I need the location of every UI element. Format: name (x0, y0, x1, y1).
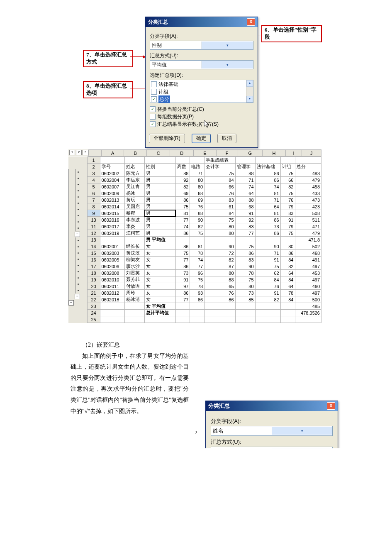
col-header[interactable]: B (124, 150, 146, 156)
checkbox-icon[interactable] (150, 106, 156, 112)
col-header[interactable]: F (216, 150, 238, 156)
col-header[interactable]: A (102, 150, 124, 156)
paragraph: 如上面的例子中，在求了男女平均分的基础上，还要统计男女生的人数。要达到这个目的只… (71, 351, 189, 417)
callout-6: 6、单击选择"性别"字段 (261, 25, 322, 42)
dialog-titlebar[interactable]: 分类汇总 X (206, 401, 338, 411)
col-header[interactable]: D (170, 150, 194, 156)
subtotal-dialog: 分类汇总 X 分类字段(A): 性别 ▾ 汇总方式(U): 平均值 ▾ 选定汇总… (145, 17, 258, 148)
method-label: 汇总方式(U): (211, 438, 333, 446)
dialog-title: 分类汇总 (208, 402, 230, 410)
subtotal-dialog: 分类汇总 X 分类字段(A): 姓名 ▾ 汇总方式(U): 计数 ▾ 选定汇总项… (205, 401, 338, 448)
items-label: 选定汇总项(D): (150, 72, 253, 79)
close-icon[interactable]: X (327, 402, 335, 410)
body-text: （2）嵌套汇总 如上面的例子中，在求了男女平均分的基础上，还要统计男女生的人数。… (71, 340, 189, 417)
option-below[interactable]: 汇总结果显示在数据下方(S) (150, 120, 253, 128)
list-item[interactable]: 总分 (151, 95, 245, 103)
scroll-up-icon[interactable]: ▴ (246, 80, 253, 87)
method-combo[interactable]: 计数 ▾ (211, 447, 333, 448)
figure-subtotal-dialog-annotated: 7、单击选择汇总方式 8、单击选择汇总选项 6、单击选择"性别"字段 9、单击 … (75, 17, 332, 133)
col-header[interactable]: C (146, 150, 170, 156)
items-listbox[interactable]: 法律基础 计组 总分 ▴ ▾ (150, 80, 253, 103)
checkbox-icon[interactable] (150, 114, 156, 120)
outline-level-3[interactable]: 3 (83, 150, 88, 155)
outline-level-buttons[interactable]: 1 2 3 (68, 149, 88, 156)
checkbox-icon[interactable] (151, 96, 157, 102)
corner-cell[interactable] (89, 150, 102, 156)
method-value: 平均值 (150, 61, 202, 68)
svg-marker-2 (204, 120, 209, 127)
scroll-down-icon[interactable]: ▾ (246, 96, 253, 103)
field-value: 姓名 (211, 427, 272, 435)
method-value: 计数 (211, 448, 272, 448)
cursor-icon (204, 120, 210, 129)
col-header[interactable]: J (302, 150, 321, 156)
outline-level-2[interactable]: 2 (76, 150, 82, 155)
arrow-icon (130, 56, 147, 57)
field-label: 分类字段(A): (211, 418, 333, 425)
chevron-down-icon[interactable]: ▾ (202, 61, 253, 68)
spreadsheet-grid[interactable]: A B C D E F G H I J (88, 149, 321, 156)
dialog-titlebar[interactable]: 分类汇总 X (146, 17, 258, 27)
figure-subtotal-dialog-2: 分类汇总 X 分类字段(A): 姓名 ▾ 汇总方式(U): 计数 ▾ 选定汇总项… (205, 401, 338, 448)
section-heading: （2）嵌套汇总 (71, 340, 189, 351)
option-replace[interactable]: 替换当前分类汇总(C) (150, 105, 253, 113)
callout-7: 7、单击选择汇总方式 (83, 50, 133, 67)
field-label: 分类字段(A): (150, 33, 253, 40)
chevron-down-icon[interactable]: ▾ (272, 448, 333, 448)
col-header[interactable]: I (286, 150, 302, 156)
scrollbar[interactable]: ▴ ▾ (246, 80, 253, 103)
close-icon[interactable]: X (247, 18, 255, 26)
option-page[interactable]: 每组数据分页(P) (150, 113, 253, 120)
checkbox-icon[interactable] (151, 89, 157, 95)
chevron-down-icon[interactable]: ▾ (202, 42, 253, 49)
field-combo[interactable]: 姓名 ▾ (211, 426, 333, 436)
col-header[interactable]: G (238, 150, 262, 156)
ok-button[interactable]: 确定 (192, 134, 211, 143)
col-header[interactable]: E (194, 150, 216, 156)
method-label: 汇总方式(U): (150, 52, 253, 59)
checkbox-icon[interactable] (151, 81, 157, 87)
list-item[interactable]: 计组 (151, 88, 245, 95)
outline-gutter[interactable]: −−− (68, 156, 87, 323)
remove-all-button[interactable]: 全部删除(R) (149, 134, 185, 143)
chevron-down-icon[interactable]: ▾ (272, 427, 333, 435)
list-item[interactable]: 法律基础 (151, 81, 245, 88)
figure-spreadsheet: 1 2 3 A B C D E F G H I J (68, 149, 321, 323)
method-combo[interactable]: 平均值 ▾ (150, 60, 253, 69)
field-value: 性别 (150, 42, 202, 49)
dialog-title: 分类汇总 (148, 19, 168, 26)
col-header[interactable]: H (262, 150, 286, 156)
cancel-button[interactable]: 取消 (217, 134, 236, 143)
field-combo[interactable]: 性别 ▾ (150, 41, 253, 50)
callout-8: 8、单击选择汇总选项 (83, 81, 133, 98)
checkbox-icon[interactable] (150, 121, 156, 127)
outline-level-1[interactable]: 1 (69, 150, 75, 155)
